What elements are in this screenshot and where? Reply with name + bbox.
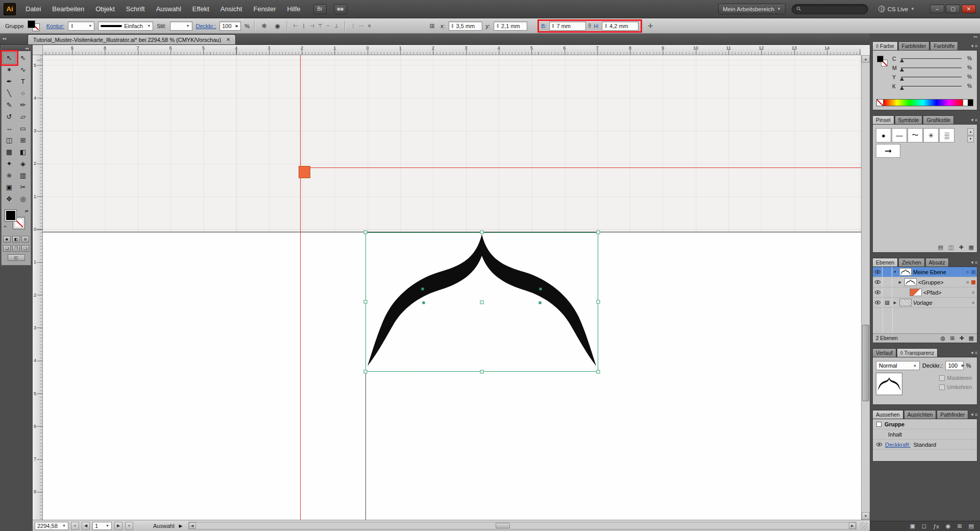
selection-handle[interactable] [480, 231, 484, 234]
layer-name[interactable]: Meine Ebene [913, 269, 964, 275]
close-button[interactable]: ✕ [962, 5, 976, 13]
layer-row[interactable]: ▶<Gruppe>○ [873, 277, 977, 287]
scroll-up-icon[interactable]: ▲ [967, 128, 974, 135]
panel-menu-icon[interactable]: ▾ ≡ [971, 260, 977, 267]
align-center-vertical-icon[interactable]: − [325, 21, 332, 31]
stepper-icon[interactable]: ▲▼ [70, 23, 74, 29]
tab-ebenen[interactable]: Ebenen [872, 258, 898, 267]
search-input[interactable]: ⚲ [792, 4, 868, 14]
channel-slider[interactable] [901, 65, 962, 71]
selection-handle[interactable] [597, 231, 600, 234]
black-swatch[interactable] [968, 100, 973, 106]
fill-swatch[interactable] [877, 56, 884, 62]
toolbar-collapse-icon[interactable]: ◂◂ [2, 45, 31, 51]
color-spectrum-bar[interactable] [876, 99, 973, 106]
align-center-horizontal-icon[interactable]: ∣ [300, 21, 307, 31]
dock-collapse-icon[interactable]: ▸▸ [870, 34, 980, 40]
maskieren-checkbox-row[interactable]: Maskieren [939, 375, 972, 381]
selection-tool[interactable]: ↖ [3, 52, 16, 64]
expander-icon[interactable]: ▶ [892, 301, 898, 305]
recolor-artwork-icon[interactable]: ✻ [259, 21, 269, 31]
tab-pinsel[interactable]: Pinsel [872, 115, 894, 124]
x-input[interactable]: ▲▼ 3,5 mm [449, 21, 482, 31]
height-input[interactable]: ▲▼ 4,2 mm [602, 21, 639, 31]
cs-live-button[interactable]: CS Live ▼ [874, 4, 919, 14]
library-icon[interactable]: ▤ [938, 244, 943, 251]
menu-item-datei[interactable]: Datei [20, 0, 46, 18]
make-clipping-mask-icon[interactable]: ◍ [941, 335, 946, 342]
anchor-point[interactable] [539, 302, 542, 304]
width-tool[interactable]: ↔ [3, 123, 16, 134]
zoom-level-dropdown[interactable]: 2294,58 ▼ [35, 522, 68, 530]
rotate-tool[interactable]: ↺ [3, 111, 16, 123]
align-left-icon[interactable]: ⊢ [292, 21, 299, 31]
tab-transparenz[interactable]: ◊ Transparenz [897, 348, 938, 357]
distribute-vertical-icon[interactable]: ⋮ [350, 21, 357, 31]
layer-name[interactable]: <Pfad> [923, 289, 969, 296]
menu-item-schrift[interactable]: Schrift [120, 0, 151, 18]
eyedropper-tool[interactable]: ✦ [3, 158, 16, 170]
checkbox-icon[interactable] [939, 375, 945, 381]
mesh-tool[interactable]: ▦ [3, 146, 16, 158]
tab-grafikstile[interactable]: Grafikstile [923, 115, 954, 124]
tab-farbe[interactable]: ◊ Farbe [872, 41, 898, 50]
stepper-icon[interactable]: ▲▼ [451, 23, 454, 29]
blend-mode-dropdown[interactable]: Normal ▼ [876, 361, 920, 370]
menu-item-bearbeiten[interactable]: Bearbeiten [46, 0, 90, 18]
width-input[interactable]: ▲▼ 7 mm [549, 21, 586, 31]
lock-toggle[interactable] [883, 287, 892, 297]
slice-tool[interactable]: ✂ [16, 181, 30, 193]
scroll-right-icon[interactable]: ▶ [849, 522, 856, 529]
appearance-content-label[interactable]: Inhalt [888, 431, 902, 438]
layer-row[interactable]: ▼Meine Ebene○ [873, 267, 977, 277]
direct-selection-tool[interactable]: ⇖ [16, 52, 30, 64]
layer-name[interactable]: Vorlage [913, 300, 969, 306]
transform-options-icon[interactable]: ✛ [646, 21, 655, 31]
tab-verlauf[interactable]: Verlauf [872, 348, 896, 357]
expander-icon[interactable]: ▼ [892, 270, 898, 274]
resize-grip[interactable] [860, 522, 868, 529]
slider-thumb-icon[interactable] [900, 86, 904, 90]
chevron-down-icon[interactable]: ▼ [88, 24, 92, 28]
screen-mode-button[interactable]: ◱ [8, 254, 25, 261]
panel-fill-stroke[interactable] [877, 56, 890, 69]
menu-item-hilfe[interactable]: Hilfe [282, 0, 306, 18]
lock-toggle[interactable]: ▨ [883, 298, 892, 307]
reference-point-icon[interactable]: ⊞ [427, 21, 437, 31]
bridge-icon[interactable]: Br [313, 4, 327, 14]
zoom-tool[interactable]: ◎ [16, 193, 30, 205]
arrange-documents-icon[interactable]: ▦▦ [334, 4, 347, 14]
visibility-toggle[interactable] [873, 277, 883, 287]
draw-normal-button[interactable]: ❏ [3, 245, 11, 252]
maximize-button[interactable]: ▢ [946, 5, 960, 13]
visibility-toggle[interactable] [873, 287, 883, 297]
brush-item[interactable]: — [892, 128, 907, 142]
trash-icon[interactable]: ▤ [969, 523, 974, 529]
scroll-left-icon[interactable]: ◀ [189, 522, 196, 529]
lock-toggle[interactable] [883, 277, 892, 287]
hand-tool[interactable]: ✥ [3, 193, 16, 205]
brush-item[interactable]: ▒ [939, 128, 954, 142]
color-button[interactable]: ■ [3, 236, 11, 243]
panel-menu-icon[interactable]: ▾ ≡ [971, 350, 977, 357]
anchor-point[interactable] [422, 288, 424, 291]
next-page-button[interactable]: ▶ [114, 522, 122, 530]
scale-tool[interactable]: ▱ [16, 111, 30, 123]
brush-definition-dropdown[interactable]: Einfach ▼ [98, 21, 153, 31]
tab-symbole[interactable]: Symbole [895, 115, 923, 124]
channel-slider[interactable] [901, 56, 962, 62]
lasso-tool[interactable]: ∿ [16, 64, 30, 76]
panel-menu-icon[interactable]: ▾ ≡ [971, 43, 977, 50]
symbol-sprayer-tool[interactable]: ※ [3, 170, 16, 181]
effects-icon[interactable]: ƒx [933, 523, 939, 529]
brush-options-icon[interactable]: ◫ [948, 244, 953, 251]
minimize-button[interactable]: – [930, 5, 944, 13]
scroll-down-icon[interactable]: ▼ [967, 136, 974, 143]
last-page-button[interactable]: » [125, 522, 133, 530]
shape-builder-tool[interactable]: ◫ [3, 134, 16, 146]
artboard-viewport[interactable] [43, 55, 861, 520]
new-item-icon[interactable]: ⊞ [957, 523, 962, 529]
visibility-toggle[interactable] [873, 298, 883, 307]
none-swatch[interactable] [877, 100, 884, 106]
deckkraft-link[interactable]: Deckkraft: [885, 442, 911, 448]
